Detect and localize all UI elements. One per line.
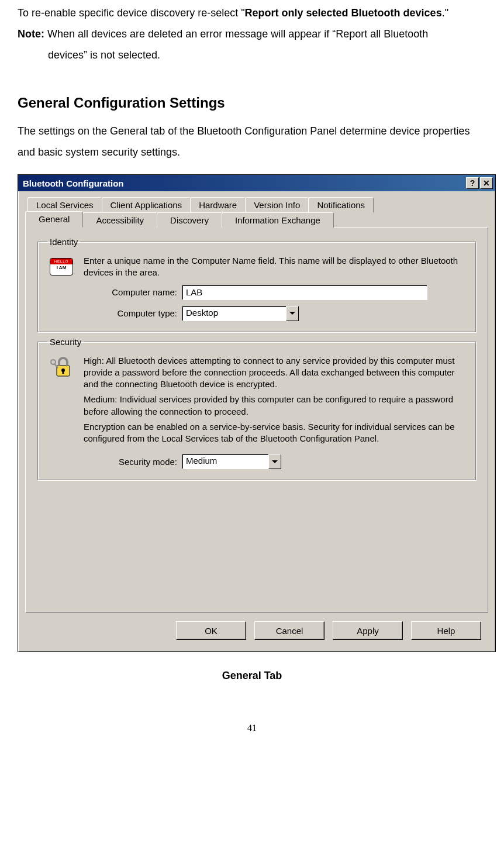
page-number: 41	[18, 723, 486, 733]
chevron-down-icon	[272, 460, 278, 463]
hello-badge-icon: HELLO I AM	[47, 255, 75, 278]
doc-note-line1: Note: When all devices are deleted an er…	[18, 23, 486, 44]
dialog-title: Bluetooth Configuration	[23, 178, 123, 188]
section-heading: General Configuration Settings	[18, 95, 486, 111]
security-medium-text-a: Medium: Individual services provided by …	[84, 394, 466, 418]
text-prefix: To re-enable specific device discovery r…	[18, 7, 245, 19]
tabs-row-back: Local Services Client Applications Hardw…	[20, 197, 493, 212]
dialog-screenshot: Bluetooth Configuration ? ✕ Local Servic…	[18, 174, 497, 652]
security-description: High: All Bluetooth devices attempting t…	[84, 355, 466, 449]
chevron-down-icon	[289, 312, 295, 315]
note-text-a: When all devices are deleted an error me…	[44, 28, 428, 40]
identity-description: Enter a unique name in the Computer Name…	[84, 255, 466, 279]
text-suffix: ."	[442, 7, 448, 19]
note-label: Note:	[18, 28, 44, 40]
tab-panel-general: Identity HELLO I AM Enter a unique name …	[25, 227, 488, 613]
security-legend: Security	[47, 337, 84, 347]
computer-name-input[interactable]	[182, 285, 427, 300]
text-bold: Report only selected Bluetooth devices	[245, 7, 442, 19]
tab-discovery[interactable]: Discovery	[157, 212, 222, 228]
computer-name-label: Computer name:	[47, 287, 182, 297]
tab-local-services[interactable]: Local Services	[27, 197, 102, 212]
apply-button[interactable]: Apply	[333, 621, 403, 640]
computer-type-value: Desktop	[182, 306, 286, 321]
computer-type-label: Computer type:	[47, 308, 182, 318]
tab-general[interactable]: General	[25, 211, 83, 228]
svg-rect-2	[63, 370, 64, 374]
identity-groupbox: Identity HELLO I AM Enter a unique name …	[37, 237, 476, 332]
security-mode-label: Security mode:	[47, 457, 182, 467]
badge-mid-text: I AM	[50, 264, 73, 270]
dialog-button-row: OK Cancel Apply Help	[20, 613, 493, 648]
security-medium-text-b: Encryption can be enabled on a service-b…	[84, 421, 466, 445]
cancel-button[interactable]: Cancel	[254, 621, 325, 640]
ok-button[interactable]: OK	[176, 621, 246, 640]
tab-version-info[interactable]: Version Info	[245, 197, 309, 212]
security-mode-dropdown-button[interactable]	[268, 454, 281, 469]
figure-caption: General Tab	[18, 670, 486, 682]
badge-top-text: HELLO	[50, 259, 73, 264]
doc-line-reenable: To re-enable specific device discovery r…	[18, 2, 486, 23]
identity-legend: Identity	[47, 237, 80, 247]
security-mode-value: Medium	[182, 454, 268, 469]
help-titlebar-button[interactable]: ?	[466, 177, 479, 189]
tabs-row-front: General Accessibility Discovery Informat…	[20, 212, 493, 228]
dialog-titlebar: Bluetooth Configuration ? ✕	[18, 175, 495, 191]
security-mode-combo[interactable]: Medium	[182, 454, 281, 469]
section-paragraph: The settings on the General tab of the B…	[18, 120, 486, 163]
close-titlebar-button[interactable]: ✕	[480, 177, 493, 189]
computer-type-dropdown-button[interactable]	[286, 306, 299, 321]
titlebar-buttons: ? ✕	[466, 177, 493, 189]
help-button[interactable]: Help	[411, 621, 481, 640]
computer-type-combo[interactable]: Desktop	[182, 306, 299, 321]
dialog-body: Local Services Client Applications Hardw…	[18, 191, 495, 652]
tab-hardware[interactable]: Hardware	[190, 197, 246, 212]
security-high-text: High: All Bluetooth devices attempting t…	[84, 355, 466, 391]
tab-information-exchange[interactable]: Information Exchange	[222, 212, 334, 228]
bluetooth-config-dialog: Bluetooth Configuration ? ✕ Local Servic…	[18, 174, 496, 652]
tab-client-applications[interactable]: Client Applications	[102, 197, 191, 212]
security-groupbox: Security	[37, 337, 476, 481]
doc-note-line2: devices” is not selected.	[48, 44, 486, 66]
tab-accessibility[interactable]: Accessibility	[82, 212, 157, 228]
tab-notifications[interactable]: Notifications	[308, 197, 374, 212]
lock-keys-icon	[47, 355, 75, 378]
